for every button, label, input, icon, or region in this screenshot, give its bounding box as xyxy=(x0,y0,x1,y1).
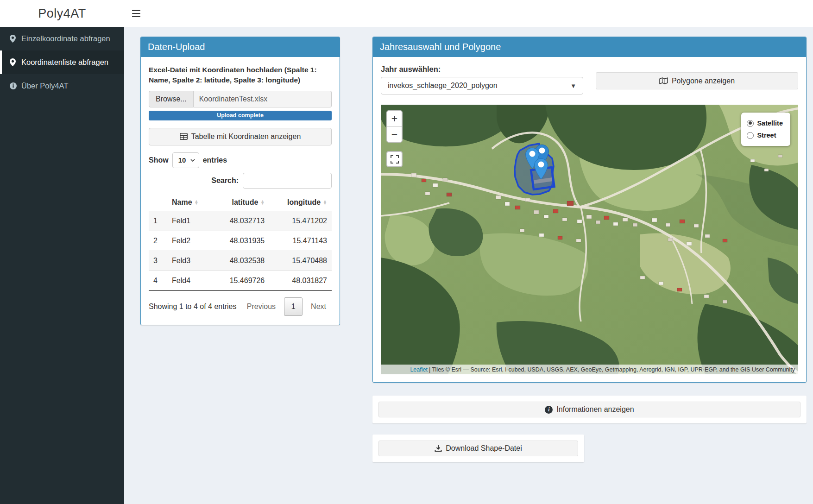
table-row[interactable]: 4 Feld4 15.469726 48.031827 xyxy=(149,271,332,290)
top-header: Poly4AT xyxy=(0,0,813,27)
show-polygons-button[interactable]: Polygone anzeigen xyxy=(596,72,798,89)
sort-icon: ▲▼ xyxy=(260,200,265,205)
show-polygons-button-label: Polygone anzeigen xyxy=(672,77,735,85)
sort-icon: ▲▼ xyxy=(323,200,327,205)
show-label: Show xyxy=(149,156,169,164)
current-page-button[interactable]: 1 xyxy=(284,297,303,316)
name-column-header[interactable]: Name ▲▼ xyxy=(167,194,213,211)
upload-instruction: Excel-Datei mit Koordinaten hochladen (S… xyxy=(149,65,332,86)
latitude-column-header[interactable]: latitude ▲▼ xyxy=(213,194,270,211)
sidebar-item-ueber[interactable]: Über Poly4AT xyxy=(0,74,124,98)
chevron-down-icon xyxy=(190,159,195,162)
app-root: Poly4AT Einzelkoordinate abfragen Koordi… xyxy=(0,0,813,504)
leaflet-link[interactable]: Leaflet xyxy=(410,366,428,373)
sort-icon: ▲▼ xyxy=(195,200,199,205)
radio-icon xyxy=(747,132,754,139)
map-box-title: Jahresauswahl und Polygone xyxy=(373,37,806,57)
sidebar-item-label: Koordinatenliste abfragen xyxy=(21,58,108,67)
download-shape-button[interactable]: Download Shape-Datei xyxy=(378,441,578,456)
radio-selected-icon xyxy=(747,120,754,127)
index-column-header[interactable] xyxy=(149,194,167,211)
file-input: Browse... KoordinatenTest.xlsx xyxy=(149,91,332,107)
zoom-in-button[interactable]: + xyxy=(387,111,402,126)
leaflet-map[interactable]: + − Satellite xyxy=(381,105,798,374)
satellite-imagery xyxy=(381,105,798,374)
zoom-out-button[interactable]: − xyxy=(387,126,402,142)
search-input[interactable] xyxy=(243,173,332,189)
zoom-control: + − xyxy=(386,110,403,143)
page-length-value: 10 xyxy=(178,156,186,164)
map-attribution: Leaflet | Tiles © Esri — Source: Esri, i… xyxy=(381,365,798,374)
year-select-group: Jahr auswählen: invekos_schlaege_2020_po… xyxy=(381,65,583,94)
entries-label: entries xyxy=(203,156,227,164)
next-page-button[interactable]: Next xyxy=(305,299,332,315)
table-row[interactable]: 2 Feld2 48.031935 15.471143 xyxy=(149,231,332,251)
sidebar-item-einzelkoordinate[interactable]: Einzelkoordinate abfragen xyxy=(0,27,124,50)
file-name-field[interactable]: KoordinatenTest.xlsx xyxy=(194,91,332,107)
upload-progress-label: Upload complete xyxy=(217,112,264,119)
table-info: Showing 1 to 4 of 4 entries xyxy=(149,302,236,311)
sidebar-item-label: Einzelkoordinate abfragen xyxy=(21,34,110,43)
previous-page-button[interactable]: Previous xyxy=(241,299,281,315)
table-icon xyxy=(180,133,188,140)
year-select-value: invekos_schlaege_2020_polygon xyxy=(388,82,498,90)
show-table-button-label: Tabelle mit Koordinaten anzeigen xyxy=(191,132,301,141)
fullscreen-icon xyxy=(391,155,399,164)
year-select[interactable]: invekos_schlaege_2020_polygon ▼ xyxy=(381,77,583,94)
fullscreen-button[interactable] xyxy=(386,151,403,167)
info-circle-icon: i xyxy=(545,406,553,414)
app-logo[interactable]: Poly4AT xyxy=(0,0,124,27)
info-card: i Informationen anzeigen xyxy=(372,396,807,423)
map-icon xyxy=(659,77,668,84)
layer-label: Satellite xyxy=(757,120,783,127)
info-circle-icon xyxy=(10,82,17,90)
layer-label: Street xyxy=(757,132,776,139)
search-label: Search: xyxy=(211,176,239,185)
caret-down-icon: ▼ xyxy=(570,82,576,89)
longitude-column-header[interactable]: longitude ▲▼ xyxy=(269,194,332,211)
coordinates-table: Name ▲▼ latitude ▲▼ longitude xyxy=(149,194,332,291)
layer-option-street[interactable]: Street xyxy=(746,129,784,141)
layer-option-satellite[interactable]: Satellite xyxy=(746,117,784,129)
page-length-select[interactable]: 10 xyxy=(172,152,199,168)
sidebar-toggle-icon[interactable] xyxy=(124,0,148,27)
show-info-button[interactable]: i Informationen anzeigen xyxy=(378,402,800,417)
table-search: Search: xyxy=(149,173,332,189)
upload-progress-bar: Upload complete xyxy=(149,111,332,120)
download-button-label: Download Shape-Datei xyxy=(446,444,522,453)
show-info-button-label: Informationen anzeigen xyxy=(556,405,634,414)
browse-button[interactable]: Browse... xyxy=(149,91,194,107)
layers-control: Satellite Street xyxy=(741,113,790,146)
download-card: Download Shape-Datei xyxy=(372,435,584,462)
attribution-text: | Tiles © Esri — Source: Esri, i-cubed, … xyxy=(429,366,795,373)
table-row[interactable]: 1 Feld1 48.032713 15.471202 xyxy=(149,211,332,231)
sidebar-item-label: Über Poly4AT xyxy=(21,82,68,90)
table-pagination: Previous 1 Next xyxy=(241,297,332,316)
map-box: Jahresauswahl und Polygone Jahr auswähle… xyxy=(372,37,807,383)
upload-box-title: Daten-Upload xyxy=(141,37,340,57)
download-icon xyxy=(435,445,442,452)
sidebar-item-koordinatenliste[interactable]: Koordinatenliste abfragen xyxy=(0,50,124,74)
main-content: Daten-Upload Excel-Datei mit Koordinaten… xyxy=(124,27,813,504)
sidebar: Einzelkoordinate abfragen Koordinatenlis… xyxy=(0,27,124,504)
map-marker-icon xyxy=(10,58,17,66)
table-length-control: Show 10 entries xyxy=(149,152,332,168)
year-select-label: Jahr auswählen: xyxy=(381,65,583,74)
table-row[interactable]: 3 Feld3 48.032538 15.470488 xyxy=(149,251,332,271)
map-marker-icon xyxy=(10,35,17,43)
upload-box: Daten-Upload Excel-Datei mit Koordinaten… xyxy=(140,37,340,325)
show-table-button[interactable]: Tabelle mit Koordinaten anzeigen xyxy=(149,128,332,145)
